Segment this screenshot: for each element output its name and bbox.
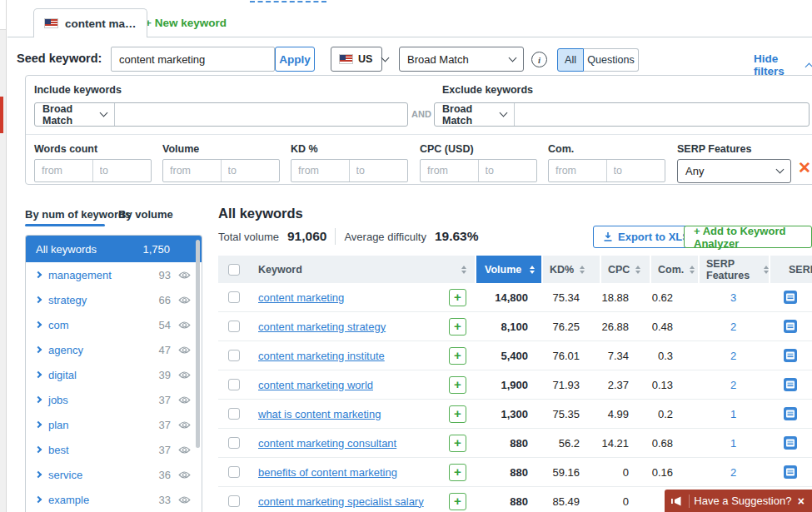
add-to-keyword-analyzer-button[interactable]: + Add to Keyword Analyzer — [684, 226, 812, 248]
apply-button[interactable]: Apply — [275, 47, 315, 72]
volume-to-input[interactable] — [222, 160, 280, 181]
serp-features-count-link[interactable]: 1 — [698, 408, 769, 420]
add-keyword-button[interactable]: + — [449, 289, 466, 306]
add-keyword-button[interactable]: + — [449, 376, 466, 394]
row-checkbox[interactable] — [228, 437, 240, 449]
keyword-group-row[interactable]: best 37 — [26, 437, 202, 462]
match-type-select[interactable]: Broad Match — [399, 47, 524, 72]
add-keyword-button[interactable]: + — [449, 318, 466, 336]
words-count-to-input[interactable] — [93, 160, 152, 181]
keyword-link[interactable]: content marketing specialist salary — [258, 495, 424, 508]
new-keyword-tab-button[interactable]: + New keyword — [137, 8, 235, 37]
keyword-link[interactable]: content marketing strategy — [258, 321, 386, 333]
chevron-right-icon[interactable] — [35, 346, 42, 353]
serp-features-count-link[interactable]: 1 — [698, 437, 769, 450]
segment-questions[interactable]: Questions — [584, 48, 639, 72]
eye-icon[interactable] — [178, 321, 191, 330]
serp-preview-icon[interactable] — [784, 465, 797, 479]
group-name-link[interactable]: plan — [48, 419, 69, 431]
group-name-link[interactable]: jobs — [48, 394, 68, 406]
keyword-link[interactable]: content marketing consultant — [258, 437, 396, 450]
chevron-right-icon[interactable] — [35, 296, 42, 303]
add-keyword-button[interactable]: + — [449, 405, 466, 423]
group-name-link[interactable]: example — [48, 494, 89, 506]
keyword-group-row[interactable]: digital 39 — [26, 362, 202, 387]
row-checkbox[interactable] — [228, 495, 240, 507]
chevron-right-icon[interactable] — [35, 371, 42, 378]
eye-icon[interactable] — [178, 395, 191, 405]
add-keyword-button[interactable]: + — [449, 464, 466, 481]
tab-content-marketing[interactable]: content ma… — [33, 8, 147, 37]
hide-filters-link[interactable]: Hide filters — [754, 52, 812, 77]
seed-keyword-input[interactable] — [111, 47, 275, 72]
clear-filters-icon[interactable]: ✕ — [798, 158, 811, 177]
chevron-right-icon[interactable] — [35, 396, 42, 403]
keyword-group-row[interactable]: com 54 — [26, 312, 202, 337]
serp-features-select[interactable]: Any — [677, 159, 791, 183]
add-keyword-button[interactable]: + — [449, 493, 466, 510]
exclude-keywords-input[interactable] — [515, 103, 809, 126]
keyword-group-row[interactable]: example 33 — [26, 487, 202, 512]
keyword-group-row[interactable]: plan 37 — [26, 412, 202, 437]
cpc-to-input[interactable] — [479, 160, 537, 181]
eye-icon[interactable] — [178, 296, 191, 305]
chevron-right-icon[interactable] — [35, 496, 42, 503]
eye-icon[interactable] — [178, 271, 191, 280]
keyword-group-row[interactable]: service 36 — [26, 462, 202, 487]
row-checkbox[interactable] — [228, 408, 240, 420]
all-keywords-row[interactable]: All keywords 1,750 — [26, 236, 202, 262]
chevron-right-icon[interactable] — [35, 321, 42, 328]
serp-preview-icon[interactable] — [784, 378, 797, 391]
keyword-group-row[interactable]: management 93 — [26, 262, 202, 287]
keyword-group-row[interactable]: jobs 37 — [26, 387, 202, 412]
group-name-link[interactable]: com — [48, 319, 69, 331]
eye-icon[interactable] — [178, 445, 191, 455]
include-match-select[interactable]: Broad Match — [35, 103, 115, 126]
group-name-link[interactable]: management — [48, 269, 112, 281]
kd-to-input[interactable] — [350, 160, 408, 181]
exclude-match-select[interactable]: Broad Match — [435, 103, 515, 126]
com-from-input[interactable] — [549, 160, 607, 181]
column-com[interactable]: Com. — [650, 256, 698, 283]
keyword-group-row[interactable]: strategy 66 — [26, 287, 202, 312]
chevron-right-icon[interactable] — [35, 421, 42, 428]
column-serp-features[interactable]: SERP Features — [698, 256, 769, 283]
serp-features-count-link[interactable]: 2 — [698, 466, 769, 479]
keyword-link[interactable]: what is content marketing — [258, 408, 381, 420]
keyword-link[interactable]: content marketing — [258, 291, 344, 304]
add-keyword-button[interactable]: + — [449, 347, 466, 365]
eye-icon[interactable] — [178, 370, 191, 380]
column-volume[interactable]: Volume — [475, 256, 541, 283]
keyword-link[interactable]: content marketing world — [258, 379, 373, 391]
serp-preview-icon[interactable] — [784, 407, 797, 420]
serp-features-count-link[interactable]: 3 — [698, 291, 769, 304]
com-to-input[interactable] — [607, 160, 665, 181]
keyword-link[interactable]: content marketing institute — [258, 350, 385, 362]
serp-preview-icon[interactable] — [784, 320, 797, 333]
words-count-from-input[interactable] — [35, 160, 93, 181]
eye-icon[interactable] — [178, 495, 191, 505]
eye-icon[interactable] — [178, 420, 191, 430]
serp-preview-icon[interactable] — [784, 436, 797, 450]
row-checkbox[interactable] — [228, 466, 240, 478]
add-keyword-button[interactable]: + — [449, 435, 466, 452]
serp-preview-icon[interactable] — [784, 291, 797, 304]
info-icon[interactable]: i — [531, 52, 547, 67]
sidebar-scrollbar-thumb[interactable] — [196, 240, 200, 448]
chevron-right-icon[interactable] — [35, 471, 42, 478]
keyword-link[interactable]: benefits of content marketing — [258, 466, 397, 479]
tab-by-volume[interactable]: By volume — [118, 208, 173, 221]
serp-features-count-link[interactable]: 2 — [698, 321, 769, 333]
volume-from-input[interactable] — [163, 160, 222, 181]
serp-preview-icon[interactable] — [784, 349, 797, 362]
chevron-right-icon[interactable] — [35, 446, 42, 453]
segment-all[interactable]: All — [557, 48, 584, 72]
keyword-group-row[interactable]: agency 47 — [26, 337, 202, 362]
column-kd[interactable]: KD% — [541, 256, 600, 283]
row-checkbox[interactable] — [228, 291, 240, 303]
row-checkbox[interactable] — [228, 350, 240, 361]
column-cpc[interactable]: CPC — [600, 256, 650, 283]
serp-features-count-link[interactable]: 2 — [698, 379, 769, 391]
chevron-right-icon[interactable] — [35, 271, 42, 278]
eye-icon[interactable] — [178, 470, 191, 480]
